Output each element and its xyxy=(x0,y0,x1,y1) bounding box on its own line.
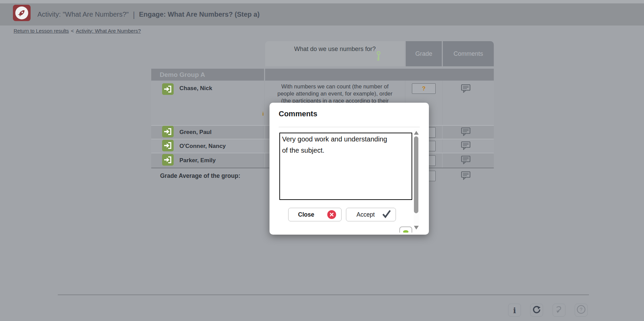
answer-line: people attending an event, for example),… xyxy=(265,90,405,97)
page-title: Activity: "What Are Numbers?" | Engage: … xyxy=(37,3,260,26)
comment-bubble-icon[interactable] xyxy=(461,127,471,137)
accept-button-label: Accept xyxy=(356,211,375,218)
activity-link[interactable]: Activity: What Are Numbers? xyxy=(76,28,141,34)
comments-header-label: Comments xyxy=(453,50,483,57)
transfer-button[interactable] xyxy=(553,304,565,317)
dialog-divider xyxy=(279,127,420,127)
grade-value: ? xyxy=(422,85,425,92)
title-separator: | xyxy=(133,10,135,19)
answer-line: With numbers we can count (the number of xyxy=(265,83,405,90)
info-icon: i xyxy=(513,306,516,314)
app-header: Activity: "What Are Numbers?" | Engage: … xyxy=(0,3,644,26)
comment-bubble-icon[interactable] xyxy=(461,84,471,94)
obscured-text-fragment: i xyxy=(262,111,264,117)
breadcrumb-separator: < xyxy=(71,28,74,34)
return-to-lesson-link[interactable]: Return to Lesson results xyxy=(14,28,69,34)
grade-input-box[interactable]: ? xyxy=(412,83,436,94)
average-comments-cell xyxy=(443,168,494,184)
student-name-cell: Parker, Emily xyxy=(151,153,264,168)
comments-cell xyxy=(443,81,494,125)
scroll-down-arrow[interactable] xyxy=(414,226,419,230)
breadcrumb: Return to Lesson results<Activity: What … xyxy=(14,28,141,34)
scroll-up-arrow[interactable] xyxy=(414,131,419,135)
close-x-icon xyxy=(327,210,336,219)
grade-average-label: Grade Average of the group: xyxy=(160,168,240,184)
student-name: Green, Paul xyxy=(179,129,211,136)
key-icon xyxy=(376,51,381,63)
svg-text:?: ? xyxy=(580,307,582,312)
refresh-icon xyxy=(532,305,541,315)
comments-column-header: Comments xyxy=(443,41,494,66)
step-title: Engage: What Are Numbers? (Step a) xyxy=(139,11,260,18)
dialog-title: Comments xyxy=(279,109,317,118)
footer-divider xyxy=(58,294,589,295)
close-button[interactable]: Close xyxy=(288,208,342,221)
student-name: Chase, Nick xyxy=(179,85,212,92)
group-header-extension xyxy=(265,69,494,81)
dialog-scrollbar xyxy=(414,130,419,230)
top-strip xyxy=(0,0,644,3)
help-icon: ? xyxy=(576,305,586,316)
dialog-scroll-area: Very good work and understanding of the … xyxy=(269,129,429,233)
green-dot-icon xyxy=(403,230,408,233)
page: Activity: "What Are Numbers?" | Engage: … xyxy=(0,0,644,321)
student-name-cell: O'Conner, Nancy xyxy=(151,139,264,153)
comments-dialog: Comments Very good work and understandin… xyxy=(269,103,429,235)
student-name: Parker, Emily xyxy=(179,157,216,164)
refresh-button[interactable] xyxy=(530,304,543,317)
app-logo[interactable] xyxy=(13,5,31,21)
accept-check-icon xyxy=(381,209,391,220)
question-column-header: What do we use numbers for? xyxy=(265,41,405,66)
grade-header-label: Grade xyxy=(415,50,432,57)
grade-column-header: Grade xyxy=(406,41,442,66)
comment-bubble-icon[interactable] xyxy=(461,155,471,166)
curved-arrow-icon xyxy=(555,305,563,315)
enter-student-icon[interactable] xyxy=(162,154,174,167)
comment-bubble-icon[interactable] xyxy=(461,141,471,151)
comment-textarea[interactable]: Very good work and understanding of the … xyxy=(279,133,412,200)
activity-title: Activity: "What Are Numbers?" xyxy=(37,11,129,18)
enter-student-icon[interactable] xyxy=(162,126,174,139)
comments-cell xyxy=(443,139,494,153)
student-name-cell: Chase, Nick xyxy=(151,81,264,125)
scrollbar-thumb[interactable] xyxy=(414,136,418,213)
info-button[interactable]: i xyxy=(508,304,521,317)
group-header: Demo Group A xyxy=(151,69,264,81)
partially-hidden-grade-button[interactable] xyxy=(399,226,412,233)
comments-cell xyxy=(443,153,494,168)
close-button-label: Close xyxy=(298,211,314,218)
enter-student-icon[interactable] xyxy=(162,83,174,96)
student-name: O'Conner, Nancy xyxy=(179,143,226,150)
student-name-cell: Green, Paul xyxy=(151,126,264,139)
comment-bubble-icon[interactable] xyxy=(461,171,471,181)
question-header-label: What do we use numbers for? xyxy=(294,46,376,52)
group-name: Demo Group A xyxy=(160,71,205,79)
enter-student-icon[interactable] xyxy=(162,140,174,153)
accept-button[interactable]: Accept xyxy=(346,208,396,221)
help-button[interactable]: ? xyxy=(575,304,588,317)
rocket-icon xyxy=(15,6,28,19)
comments-cell xyxy=(443,126,494,139)
